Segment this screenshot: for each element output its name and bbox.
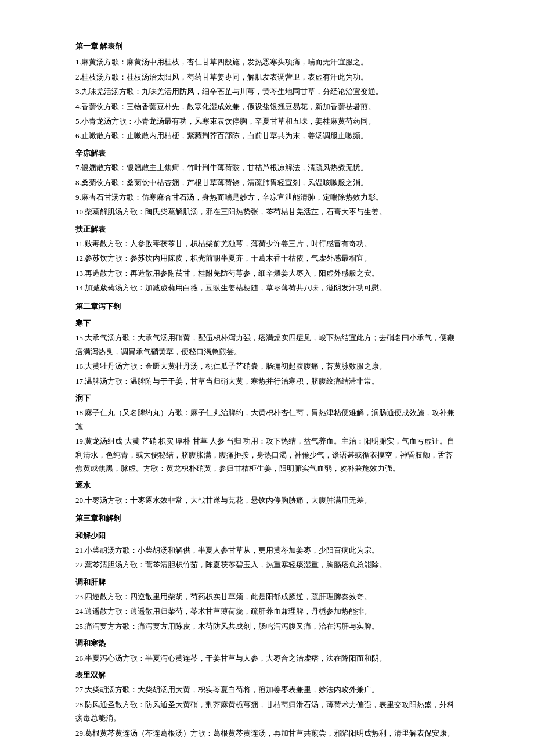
sub-title-1: 辛凉解表 bbox=[75, 146, 459, 160]
entry-27: 27.大柴胡汤方歌：大柴胡汤用大黄，枳实芩夏白芍将，煎加姜枣表兼里，妙法内攻外兼… bbox=[75, 683, 459, 696]
entry-12: 12.参苏饮方歌：参苏饮内用陈皮，枳壳前胡半夏齐，干葛木香干枯依，气虚外感最相宜… bbox=[75, 251, 459, 265]
entry-5: 5.小青龙汤方歌：小青龙汤最有功，风寒束表饮停胸，辛夏甘草和五味，姜桂麻黄芍药同… bbox=[75, 114, 459, 128]
sub-title-9: 表里双解 bbox=[75, 668, 459, 682]
entry-26: 26.半夏泻心汤方歌：半夏泻心黄连芩，干姜甘草与人参，大枣合之治虚痞，法在降阳而… bbox=[75, 651, 459, 665]
chapter3-title: 第三章和解剂 bbox=[75, 512, 459, 525]
entry-23: 23.四逆散方歌：四逆散里用柴胡，芍药枳实甘草须，此是阳郁成厥逆，疏肝理脾奏效奇… bbox=[75, 590, 459, 603]
entry-24: 24.逍遥散方歌：逍遥散用归柴芍，苓术甘草薄荷烧，疏肝养血兼理脾，丹栀参加热能排… bbox=[75, 604, 459, 618]
chapter1-title: 第一章 解表剂 bbox=[75, 39, 459, 53]
entry-3: 3.九味羌活汤方歌：九味羌活用防风，细辛苍芷与川芎，黄芩生地同甘草，分经论治宜变… bbox=[75, 85, 459, 98]
entry-18: 18.麻子仁丸（又名脾约丸）方歌：麻子仁丸治脾约，大黄枳朴杏仁芍，胃热津粘便难解… bbox=[75, 406, 459, 433]
entry-6: 6.止嗽散方歌：止嗽散内用桔梗，紫菀荆芥百部陈，白前甘草共为末，姜汤调服止嗽频。 bbox=[75, 129, 459, 142]
entry-14: 14.加减葳蕤汤方歌：加减葳蕤用白薇，豆豉生姜桔梗随，草枣薄荷共八味，滋阴发汗功… bbox=[75, 281, 459, 294]
entry-8: 8.桑菊饮方歌：桑菊饮中桔杏翘，芦根甘草薄荷饶，清疏肺胃轻宣剂，风温咳嗽服之消。 bbox=[75, 176, 459, 189]
entry-17: 17.温脾汤方歌：温脾附与于干姜，甘草当归硝大黄，寒热并行治寒积，脐腹绞痛结滞非… bbox=[75, 375, 459, 388]
entry-21: 21.小柴胡汤方歌：小柴胡汤和解供，半夏人参甘草从，更用黄芩加姜枣，少阳百病此为… bbox=[75, 543, 459, 557]
entry-25: 25.痛泻要方方歌：痛泻要方用陈皮，木芍防风共成剂，肠鸣泻泻腹又痛，治在泻肝与实… bbox=[75, 620, 459, 633]
entry-22: 22.蒿芩清胆汤方歌：蒿芩清胆枳竹茹，陈夏茯苓碧玉入，热重寒轻痰湿重，胸膈痞愈总… bbox=[75, 558, 459, 571]
document-container: 第一章 解表剂 1.麻黄汤方歌：麻黄汤中用桂枝，杏仁甘草四般施，发热恶寒头项痛，… bbox=[75, 39, 459, 740]
entry-4: 4.香薷饮方歌：三物香薷豆朴先，散寒化湿成效兼，假设盐银翘豆易花，新加香薷祛暑煎… bbox=[75, 100, 459, 113]
entry-29: 29.葛根黄芩黄连汤（芩连葛根汤）方歌：葛根黄芩黄连汤，再加甘草共煎尝，邪陷阳明… bbox=[75, 726, 459, 740]
sub-title-3: 寒下 bbox=[75, 316, 459, 330]
sub-title-2: 扶正解表 bbox=[75, 222, 459, 236]
entry-20: 20.十枣汤方歌：十枣逐水效非常，大戟甘遂与芫花，悬饮内停胸胁痛，大腹肿满用无差… bbox=[75, 494, 459, 507]
entry-19: 19.黄龙汤组成 大黄 芒硝 枳实 厚朴 甘草 人参 当归 功用：攻下热结，益气… bbox=[75, 434, 459, 475]
entry-28: 28.防风通圣散方歌：防风通圣大黄硝，荆芥麻黄栀芎翘，甘桔芍归滑石汤，薄荷术力偏… bbox=[75, 698, 459, 725]
entry-15: 15.大承气汤方歌：大承气汤用硝黄，配伍枳朴泻力强，痞满燥实四症见，峻下热结宜此… bbox=[75, 331, 459, 358]
entry-10: 10.柴葛解肌汤方歌：陶氏柴葛解肌汤，邪在三阳热势张，芩芍桔甘羌活芷，石膏大枣与… bbox=[75, 205, 459, 218]
sub-title-7: 调和肝脾 bbox=[75, 575, 459, 589]
entry-7: 7.银翘散方歌：银翘散主上焦疴，竹叶荆牛薄荷豉，甘桔芦根凉解法，清疏风热煮无忧。 bbox=[75, 161, 459, 174]
sub-title-6: 和解少阳 bbox=[75, 529, 459, 542]
entry-11: 11.败毒散方歌：人参败毒茯苓甘，枳桔柴前羌独芎，薄荷少许姜三片，时行感冒有奇功… bbox=[75, 237, 459, 250]
entry-13: 13.再造散方歌：再造散用参附芪甘，桂附羌防芍芎参，细辛煨姜大枣入，阳虚外感服之… bbox=[75, 267, 459, 280]
entry-9: 9.麻杏石甘汤方歌：仿寒麻杏甘石汤，身热而喘是妙方，辛凉宣泄能清肺，定喘除热效力… bbox=[75, 190, 459, 204]
sub-title-4: 润下 bbox=[75, 391, 459, 405]
sub-title-8: 调和寒热 bbox=[75, 636, 459, 650]
chapter2-title: 第二章泻下剂 bbox=[75, 300, 459, 313]
sub-title-5: 逐水 bbox=[75, 478, 459, 492]
entry-2: 2.桂枝汤方歌：桂枝汤治太阳风，芍药甘草姜枣同，解肌发表调营卫，表虚有汗此为功。 bbox=[75, 70, 459, 84]
entry-16: 16.大黄牡丹汤方歌：金匮大黄牡丹汤，桃仁瓜子芒硝囊，肠痈初起腹腹痛，苔黄脉数服… bbox=[75, 359, 459, 373]
entry-1: 1.麻黄汤方歌：麻黄汤中用桂枝，杏仁甘草四般施，发热恶寒头项痛，喘而无汗宜服之。 bbox=[75, 55, 459, 69]
